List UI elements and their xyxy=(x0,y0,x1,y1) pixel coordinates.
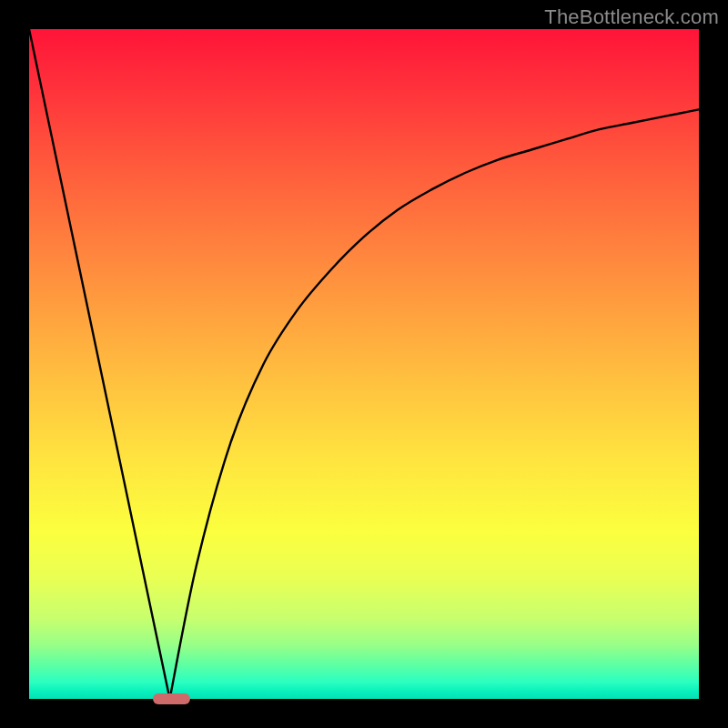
left-descending-line xyxy=(29,29,170,699)
curve-layer xyxy=(29,29,699,699)
min-marker xyxy=(153,693,189,704)
plot-area xyxy=(29,29,699,699)
chart-frame: TheBottleneck.com xyxy=(0,0,728,728)
watermark-text: TheBottleneck.com xyxy=(544,5,719,29)
right-rising-curve xyxy=(170,109,699,699)
